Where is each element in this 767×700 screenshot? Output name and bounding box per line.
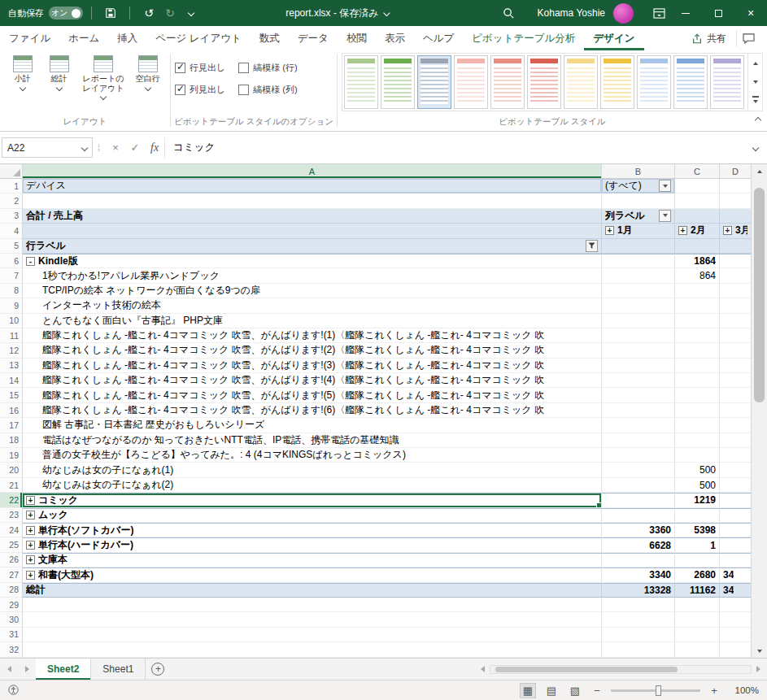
cell-B25[interactable]: 6628 [602,537,675,552]
cell-A1[interactable]: デバイス [23,179,602,193]
report-layout-button[interactable]: レポートのレイアウト [77,53,129,102]
gallery-up-button[interactable] [748,54,762,72]
scrollbar-thumb[interactable] [495,667,678,672]
cell-A11[interactable]: 艦隊これくしょん -艦これ- 4コマコミック 吹雪、がんばります!(1)〈艦隊こ… [23,328,602,343]
row-header-9[interactable]: 9 [0,298,23,313]
cell-A10[interactable]: とんでもなく面白い『古事記』 PHP文庫 [23,314,602,328]
subtotals-button[interactable]: 小計 [4,53,41,93]
autosave-toggle[interactable]: 自動保存 オン [8,7,83,20]
row-header-32[interactable]: 32 [0,642,23,657]
cancel-icon[interactable]: × [106,137,125,158]
cell-C2[interactable] [675,193,720,208]
cell-A13[interactable]: 艦隊これくしょん -艦これ- 4コマコミック 吹雪、がんばります!(3)〈艦隊こ… [23,359,602,373]
cell-A17[interactable]: 図解 古事記・日本書紀 歴史がおもしろいシリーズ [23,418,602,433]
row-header-2[interactable]: 2 [0,193,23,208]
filter-dropdown-icon[interactable] [659,180,671,192]
expand-button[interactable]: + [26,541,35,550]
cell-D12[interactable] [720,343,751,358]
cell-B24[interactable]: 3360 [602,523,675,537]
cell-D7[interactable] [720,268,751,283]
new-sheet-button[interactable]: + [146,659,170,680]
gallery-more-button[interactable] [748,92,762,111]
col-header-b[interactable]: B [602,164,675,178]
cell-C29[interactable] [675,598,720,612]
cell-B29[interactable] [602,598,675,612]
cell-C31[interactable] [675,628,720,642]
cell-D19[interactable] [720,448,751,463]
cell-A7[interactable]: 1秒でわかる!アパレル業界ハンドブック [23,268,602,283]
pivot-style-thumbnail-8[interactable] [600,55,634,109]
cell-C18[interactable] [675,433,720,448]
zoom-in-button[interactable]: + [708,685,721,697]
row-header-23[interactable]: 23 [0,508,23,523]
cell-D4[interactable]: +3月 [720,224,751,238]
pivot-style-thumbnail-10[interactable] [673,55,708,109]
cell-C6[interactable]: 1864 [675,254,720,268]
cell-B9[interactable] [602,298,675,313]
cell-B14[interactable] [602,373,675,388]
cell-B31[interactable] [602,628,675,642]
row-header-31[interactable]: 31 [0,628,23,642]
cell-D10[interactable] [720,314,751,328]
cell-B19[interactable] [602,448,675,463]
cell-C12[interactable] [675,343,720,358]
row-header-6[interactable]: 6 [0,254,23,268]
row-header-17[interactable]: 17 [0,418,23,433]
cell-C5[interactable] [675,239,720,254]
accessibility-icon[interactable] [8,685,19,697]
view-page-break-button[interactable]: ▧ [567,683,583,698]
expand-button[interactable]: + [26,555,35,564]
cell-A4[interactable] [23,224,602,238]
view-page-layout-button[interactable]: ▤ [543,683,560,698]
cell-D22[interactable] [720,493,751,507]
collapse-button[interactable]: - [26,257,35,266]
cell-D25[interactable] [720,537,751,552]
cell-D21[interactable] [720,478,751,493]
expand-button[interactable]: + [26,571,35,580]
cell-D28[interactable]: 34 [720,583,751,598]
cell-D18[interactable] [720,433,751,448]
quick-access-menu-icon[interactable] [181,2,202,24]
cell-A19[interactable]: 普通の女子校生が【ろこどる】やってみた。: 4 (4コマKINGSぱれっとコミッ… [23,448,602,463]
row-header-3[interactable]: 3 [0,209,23,224]
cell-B7[interactable] [602,268,675,283]
blank-rows-button[interactable]: 空白行 [129,53,166,93]
cell-D26[interactable] [720,553,751,567]
expand-button[interactable]: + [26,511,35,520]
col-headers-checkbox[interactable]: 列見出し [175,79,225,101]
cell-A24[interactable]: +単行本(ソフトカバー) [23,523,602,537]
cell-B20[interactable] [602,463,675,477]
expand-button[interactable]: + [723,226,732,235]
ribbon-tab-home[interactable]: ホーム [59,26,108,50]
cell-B15[interactable] [602,388,675,402]
row-header-1[interactable]: 1 [0,179,23,193]
cell-B1[interactable]: (すべて) [602,179,675,193]
pivot-style-thumbnail-1[interactable] [344,55,378,109]
formula-bar-expand-button[interactable] [746,137,765,158]
cell-B13[interactable] [602,359,675,373]
ribbon-tab-page-layout[interactable]: ページ レイアウト [146,26,251,50]
ribbon-tab-pivot-analyze[interactable]: ピボットテーブル分析 [463,26,584,50]
search-icon[interactable] [499,2,520,24]
row-header-27[interactable]: 27 [0,567,23,582]
expand-button[interactable]: + [678,226,687,235]
cell-A3[interactable]: 合計 / 売上高 [23,209,602,224]
cell-D5[interactable] [720,239,751,254]
gallery-down-button[interactable] [748,72,762,91]
formula-input[interactable]: コミック [164,137,746,158]
cell-D24[interactable] [720,523,751,537]
row-header-13[interactable]: 13 [0,359,23,373]
zoom-slider[interactable] [611,689,700,692]
cell-B5[interactable] [602,239,675,254]
row-header-20[interactable]: 20 [0,463,23,477]
row-header-15[interactable]: 15 [0,388,23,402]
minimize-button[interactable] [669,0,702,26]
cell-C26[interactable] [675,553,720,567]
insert-function-button[interactable]: fx [145,137,164,158]
cell-D29[interactable] [720,598,751,612]
zoom-level[interactable]: 100% [728,685,759,695]
cell-C23[interactable] [675,508,720,523]
cell-A15[interactable]: 艦隊これくしょん -艦これ- 4コマコミック 吹雪、がんばります!(5)〈艦隊こ… [23,388,602,402]
cell-B21[interactable] [602,478,675,493]
cell-D9[interactable] [720,298,751,313]
